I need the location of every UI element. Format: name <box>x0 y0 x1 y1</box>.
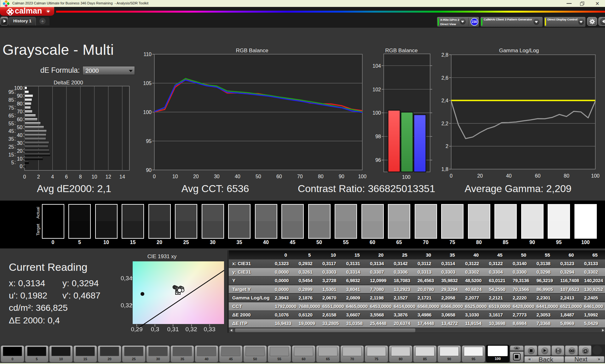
svg-text:2,2: 2,2 <box>441 121 448 126</box>
svg-text:75: 75 <box>9 105 14 111</box>
svg-text:100: 100 <box>14 85 23 91</box>
svg-text:2,8: 2,8 <box>441 52 448 58</box>
svg-text:105: 105 <box>143 81 152 86</box>
svg-text:96: 96 <box>375 157 381 163</box>
svg-text:RGB Balance: RGB Balance <box>236 48 268 54</box>
svg-text:90: 90 <box>146 168 152 173</box>
svg-text:Gamma Log/Log: Gamma Log/Log <box>499 48 539 54</box>
svg-text:2: 2 <box>37 174 40 179</box>
svg-text:100: 100 <box>372 110 381 116</box>
svg-text:90: 90 <box>17 93 23 99</box>
svg-text:10: 10 <box>17 156 23 162</box>
svg-text:30: 30 <box>17 140 23 146</box>
svg-text:40: 40 <box>17 133 23 138</box>
svg-text:100: 100 <box>402 174 411 180</box>
svg-text:80: 80 <box>318 174 324 179</box>
svg-text:2,4: 2,4 <box>441 98 448 103</box>
svg-text:1,8: 1,8 <box>441 167 448 172</box>
svg-text:60: 60 <box>17 117 23 122</box>
svg-text:85: 85 <box>9 97 14 103</box>
svg-text:40: 40 <box>235 174 240 179</box>
svg-text:DeltaE 2000: DeltaE 2000 <box>54 80 83 86</box>
svg-text:45: 45 <box>9 128 14 134</box>
svg-text:4: 4 <box>51 174 54 179</box>
svg-text:60: 60 <box>535 173 541 179</box>
svg-text:102: 102 <box>372 87 381 92</box>
svg-text:60: 60 <box>276 174 282 179</box>
svg-text:0: 0 <box>23 174 26 179</box>
svg-text:98: 98 <box>375 134 381 139</box>
svg-text:20: 20 <box>17 148 23 154</box>
svg-text:80: 80 <box>564 173 569 179</box>
svg-text:14: 14 <box>119 174 125 179</box>
svg-text:2: 2 <box>446 144 448 149</box>
svg-text:35: 35 <box>9 136 14 142</box>
svg-text:50: 50 <box>256 174 261 179</box>
svg-text:100: 100 <box>591 173 600 179</box>
svg-text:100: 100 <box>358 174 366 179</box>
svg-text:55: 55 <box>9 121 14 126</box>
svg-text:100: 100 <box>143 110 152 115</box>
svg-text:20: 20 <box>477 173 483 179</box>
svg-text:15: 15 <box>9 152 14 157</box>
svg-text:10: 10 <box>172 174 178 179</box>
svg-text:30: 30 <box>214 174 220 179</box>
svg-text:70: 70 <box>297 174 303 179</box>
svg-text:0: 0 <box>153 174 156 179</box>
svg-text:10: 10 <box>92 174 97 179</box>
svg-text:65: 65 <box>9 113 14 118</box>
svg-text:50: 50 <box>17 125 23 130</box>
svg-text:6: 6 <box>65 174 68 179</box>
svg-text:0: 0 <box>450 173 452 179</box>
svg-text:110: 110 <box>143 52 152 57</box>
svg-text:20: 20 <box>193 174 199 179</box>
svg-text:8: 8 <box>79 174 82 179</box>
svg-text:40: 40 <box>506 173 512 179</box>
svg-text:90: 90 <box>339 174 344 179</box>
svg-text:RGB Balance: RGB Balance <box>385 48 418 54</box>
svg-text:2,6: 2,6 <box>441 75 448 81</box>
svg-text:5: 5 <box>11 160 14 165</box>
svg-text:80: 80 <box>17 101 23 106</box>
svg-text:12: 12 <box>106 174 111 179</box>
svg-text:70: 70 <box>17 109 23 114</box>
svg-text:0: 0 <box>20 164 23 169</box>
svg-text:95: 95 <box>9 89 14 95</box>
svg-text:104: 104 <box>372 63 381 69</box>
svg-text:25: 25 <box>9 144 14 150</box>
svg-text:95: 95 <box>146 139 152 144</box>
